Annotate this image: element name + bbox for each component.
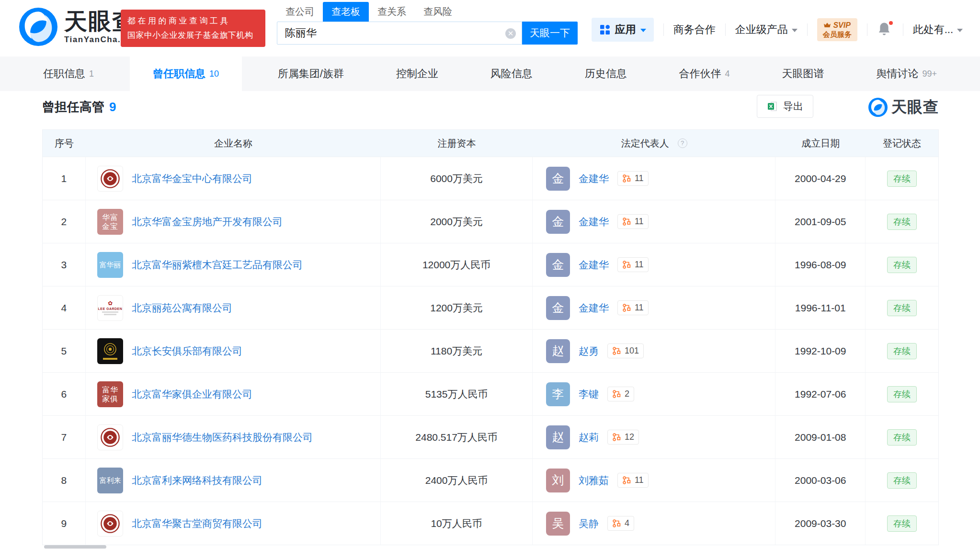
apps-grid-icon [599, 24, 611, 35]
excel-icon [767, 101, 778, 112]
search-tab-relation[interactable]: 查关系 [369, 2, 415, 22]
status-badge[interactable]: 存续 [887, 257, 917, 273]
legal-rep-avatar[interactable]: 赵 [546, 425, 570, 449]
nav-enterprise-products[interactable]: 企业级产品 [735, 23, 798, 37]
notification-bell-icon[interactable] [877, 22, 893, 38]
table-row: 9 北京富华聚古堂商贸有限公司 10万人民币 吴 吴静 4 2009-03-30… [43, 502, 938, 545]
company-link[interactable]: 北京富华丽紫檀木宫廷工艺品有限公司 [132, 258, 303, 272]
related-companies-badge[interactable]: 11 [617, 171, 649, 186]
logo-text: 富华 [102, 385, 118, 394]
clear-search-icon[interactable]: ✕ [505, 28, 516, 39]
company-link[interactable]: 北京富华聚古堂商贸有限公司 [132, 517, 262, 530]
related-companies-badge[interactable]: 11 [617, 214, 649, 229]
table-row: 7 北京富丽华德生物医药科技股份有限公司 2480.517万人民币 赵 赵莉 1… [43, 415, 938, 458]
legal-rep-avatar[interactable]: 刘 [546, 469, 570, 492]
legal-rep-link[interactable]: 李键 [579, 388, 599, 401]
legal-rep-link[interactable]: 赵勇 [579, 344, 599, 358]
crown-icon [823, 22, 831, 28]
nav-business-coop[interactable]: 商务合作 [673, 23, 716, 37]
status-badge[interactable]: 存续 [887, 472, 917, 489]
company-link[interactable]: 北京丽苑公寓有限公司 [132, 301, 232, 315]
related-companies-badge[interactable]: 101 [607, 343, 644, 358]
tab-former-positions[interactable]: 曾任职信息10 [130, 57, 242, 91]
status-badge[interactable]: 存续 [887, 343, 917, 359]
col-header-date: 成立日期 [775, 137, 866, 150]
related-companies-badge[interactable]: 2 [607, 387, 634, 401]
related-companies-badge[interactable]: 12 [607, 430, 639, 445]
legal-rep-link[interactable]: 金建华 [579, 172, 609, 185]
section-title-text: 曾担任高管 [42, 100, 104, 114]
club-emblem-icon [103, 342, 117, 356]
export-button[interactable]: 导出 [757, 95, 813, 118]
legal-rep-link[interactable]: 吴静 [579, 517, 599, 530]
table-row: 2 华富 金宝 北京华富金宝房地产开发有限公司 2000万美元 金 金建华 11… [43, 200, 938, 243]
table-row: 6 富华 家俱 北京富华家俱企业有限公司 5135万人民币 李 李键 2 199… [43, 372, 938, 415]
svip-member-badge[interactable]: SVIP 会员服务 [817, 18, 857, 41]
status-badge[interactable]: 存续 [887, 171, 917, 187]
enterprise-caret-icon [792, 29, 798, 32]
tab-public-opinion[interactable]: 舆情讨论99+ [860, 57, 953, 91]
relation-icon [622, 260, 631, 269]
legal-rep-avatar[interactable]: 吴 [546, 512, 570, 536]
company-link[interactable]: 北京富华金宝中心有限公司 [132, 172, 252, 185]
tab-current-positions[interactable]: 任职信息1 [27, 57, 110, 91]
tab-count: 1 [89, 69, 94, 79]
tab-group-cluster[interactable]: 所属集团/族群 [262, 57, 360, 91]
status-badge[interactable]: 存续 [887, 214, 917, 230]
logo-text: 华富 [102, 213, 118, 222]
legal-rep-link[interactable]: 金建华 [579, 215, 609, 229]
status-badge[interactable]: 存续 [887, 386, 917, 402]
row-seq: 5 [43, 330, 86, 372]
legal-rep-avatar[interactable]: 赵 [546, 339, 570, 363]
search-tab-risk[interactable]: 查风险 [415, 2, 461, 22]
company-link[interactable]: 北京华富金宝房地产开发有限公司 [132, 215, 283, 229]
status-badge[interactable]: 存续 [887, 300, 917, 316]
tianyancha-watermark: 天眼查 [868, 97, 939, 118]
legal-rep-avatar[interactable]: 金 [546, 210, 570, 234]
company-link[interactable]: 北京富丽华德生物医药科技股份有限公司 [132, 431, 313, 444]
legal-rep-link[interactable]: 赵莉 [579, 431, 599, 444]
relation-icon [622, 217, 631, 226]
col-header-status: 登记状态 [866, 137, 938, 150]
related-companies-badge[interactable]: 11 [617, 473, 649, 488]
search-button[interactable]: 天眼一下 [522, 22, 578, 45]
tab-risk-info[interactable]: 风险信息 [474, 57, 549, 91]
tab-label: 合作伙伴 [679, 67, 721, 81]
tab-graph[interactable]: 天眼图谱 [766, 57, 841, 91]
company-link[interactable]: 北京富华家俱企业有限公司 [132, 388, 252, 401]
related-companies-badge[interactable]: 4 [607, 516, 634, 531]
top-header: 天眼查 TianYanCha.com 都在用的商业查询工具 国家中小企业发展子基… [0, 0, 980, 57]
search-input[interactable] [277, 22, 522, 44]
tab-controlled-companies[interactable]: 控制企业 [380, 57, 455, 91]
legal-rep-avatar[interactable]: 金 [546, 253, 570, 277]
user-account-menu[interactable]: 此处有... [913, 23, 963, 37]
legal-rep-link[interactable]: 金建华 [579, 258, 609, 272]
legal-rep-avatar[interactable]: 李 [546, 382, 570, 406]
legal-rep-avatar[interactable]: 金 [546, 296, 570, 320]
help-icon[interactable]: ? [678, 138, 687, 148]
legal-rep-link[interactable]: 金建华 [579, 301, 609, 315]
related-companies-badge[interactable]: 11 [617, 300, 649, 315]
tab-label: 曾任职信息 [153, 67, 205, 81]
related-companies-badge[interactable]: 11 [617, 257, 649, 272]
status-badge[interactable]: 存续 [887, 515, 917, 532]
legal-rep-avatar[interactable]: 金 [546, 167, 570, 191]
establish-date: 1996-08-09 [775, 243, 866, 286]
relation-icon [612, 346, 621, 355]
apps-menu[interactable]: 应用 [592, 18, 654, 42]
horizontal-scrollbar-thumb[interactable] [44, 545, 106, 549]
search-tab-boss[interactable]: 查老板 [323, 2, 369, 22]
company-link[interactable]: 北京富利来网络科技有限公司 [132, 474, 262, 487]
user-account-label: 此处有... [913, 23, 953, 37]
tab-history-info[interactable]: 历史信息 [569, 57, 643, 91]
company-link[interactable]: 北京长安俱乐部有限公司 [132, 344, 242, 358]
search-tab-company[interactable]: 查公司 [277, 2, 323, 22]
registered-capital: 2480.517万人民币 [381, 416, 533, 458]
tab-partners[interactable]: 合作伙伴4 [663, 57, 746, 91]
legal-rep-link[interactable]: 刘雅茹 [579, 474, 609, 487]
relation-icon [622, 476, 631, 485]
apps-label: 应用 [615, 23, 636, 37]
table-row: 1 北京富华金宝中心有限公司 6000万美元 金 金建华 11 2000-04-… [43, 157, 938, 200]
svip-label: SVIP [833, 21, 850, 30]
status-badge[interactable]: 存续 [887, 429, 917, 446]
